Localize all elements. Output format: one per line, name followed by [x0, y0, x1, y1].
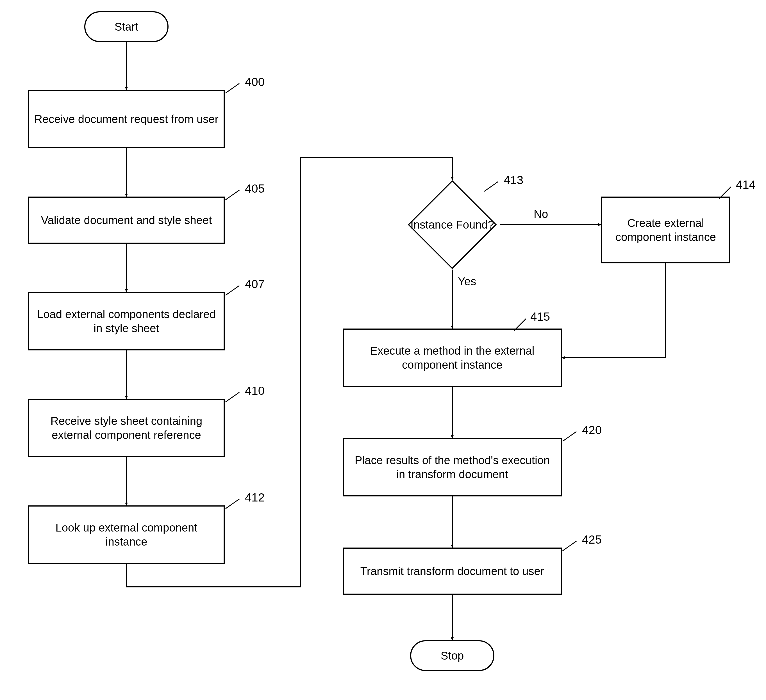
ref-400: 400 [245, 75, 264, 89]
ref-413: 413 [504, 174, 523, 187]
process-425-label: Transmit transform document to user [360, 564, 544, 578]
process-412: Look up external component instance [28, 506, 225, 564]
decision-413: Instance Found? [405, 180, 500, 270]
lead-line-420 [562, 431, 577, 442]
lead-line-410 [225, 392, 240, 402]
ref-405: 405 [245, 182, 264, 196]
process-407: Load external components declared in sty… [28, 292, 225, 351]
process-405-label: Validate document and style sheet [41, 213, 212, 227]
process-414-label: Create external component instance [607, 216, 724, 244]
process-425: Transmit transform document to user [343, 548, 562, 595]
process-412-label: Look up external component instance [34, 521, 218, 549]
process-410: Receive style sheet containing external … [28, 399, 225, 457]
terminator-start-label: Start [115, 20, 138, 34]
process-400-label: Receive document request from user [34, 112, 218, 126]
process-415: Execute a method in the external compone… [343, 329, 562, 387]
ref-425: 425 [582, 533, 602, 547]
edge-label-yes: Yes [458, 275, 476, 288]
process-405: Validate document and style sheet [28, 196, 225, 244]
terminator-stop-label: Stop [441, 649, 464, 663]
process-407-label: Load external components declared in sty… [34, 307, 218, 335]
decision-413-label: Instance Found? [410, 218, 494, 232]
lead-line-405 [225, 190, 240, 200]
ref-415: 415 [530, 310, 550, 324]
process-410-label: Receive style sheet containing external … [34, 414, 218, 442]
lead-line-407 [225, 285, 240, 295]
lead-line-425 [562, 541, 577, 551]
process-400: Receive document request from user [28, 90, 225, 148]
process-414: Create external component instance [601, 196, 730, 263]
edge-label-no: No [534, 208, 548, 220]
process-415-label: Execute a method in the external compone… [349, 344, 556, 372]
lead-line-400 [225, 83, 240, 93]
process-420: Place results of the method's execution … [343, 438, 562, 496]
ref-414: 414 [736, 178, 756, 191]
ref-407: 407 [245, 277, 264, 291]
lead-line-412 [225, 499, 240, 509]
flowchart-canvas: Start Receive document request from user… [0, 0, 766, 700]
ref-412: 412 [245, 491, 264, 504]
terminator-start: Start [84, 11, 169, 42]
terminator-stop: Stop [410, 640, 494, 671]
process-420-label: Place results of the method's execution … [349, 453, 556, 481]
ref-420: 420 [582, 423, 602, 437]
ref-410: 410 [245, 384, 264, 398]
